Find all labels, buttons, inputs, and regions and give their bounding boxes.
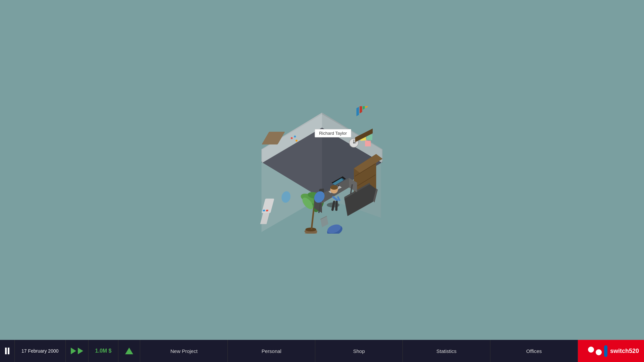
character-name: Richard Taylor bbox=[319, 131, 347, 136]
svg-line-65 bbox=[332, 202, 334, 210]
switch-label: switch520 bbox=[610, 348, 639, 355]
shop-button[interactable]: Shop bbox=[315, 340, 403, 362]
shop-label: Shop bbox=[353, 348, 365, 354]
speed1-button[interactable] bbox=[71, 348, 76, 354]
svg-rect-18 bbox=[365, 141, 371, 146]
svg-point-10 bbox=[294, 135, 296, 137]
svg-point-9 bbox=[291, 137, 293, 139]
svg-rect-23 bbox=[357, 107, 359, 116]
statistics-button[interactable]: Statistics bbox=[403, 340, 490, 362]
svg-line-40 bbox=[312, 206, 314, 229]
date-text: 17 February 2000 bbox=[21, 348, 59, 354]
offices-button[interactable]: Offices bbox=[490, 340, 578, 362]
money-display: 1.0M $ bbox=[89, 340, 119, 362]
build-icon bbox=[125, 348, 133, 354]
build-button[interactable] bbox=[118, 340, 140, 362]
office-container: Richard Taylor bbox=[252, 106, 392, 234]
svg-rect-26 bbox=[365, 106, 368, 108]
date-display: 17 February 2000 bbox=[15, 340, 66, 362]
svg-rect-24 bbox=[360, 106, 362, 113]
switch-badge: switch520 bbox=[578, 340, 644, 362]
game-area: Richard Taylor bbox=[0, 0, 644, 340]
character-tooltip: Richard Taylor bbox=[315, 129, 351, 137]
new-project-button[interactable]: New Project bbox=[140, 340, 228, 362]
personal-label: Personal bbox=[262, 348, 281, 354]
money-text: 1.0M $ bbox=[95, 348, 112, 354]
svg-rect-25 bbox=[363, 106, 365, 110]
switch-logo bbox=[583, 345, 607, 357]
personal-button[interactable]: Personal bbox=[228, 340, 315, 362]
taskbar: 17 February 2000 1.0M $ New Project Pers… bbox=[0, 340, 644, 362]
new-project-label: New Project bbox=[170, 348, 198, 354]
statistics-label: Statistics bbox=[436, 348, 457, 354]
svg-marker-46 bbox=[320, 216, 328, 227]
pause-button[interactable] bbox=[0, 340, 15, 362]
svg-point-11 bbox=[296, 140, 298, 142]
speed2-button[interactable] bbox=[78, 348, 83, 354]
pause-icon bbox=[5, 348, 9, 354]
offices-label: Offices bbox=[526, 348, 542, 354]
office-svg bbox=[252, 106, 392, 234]
svg-rect-35 bbox=[263, 210, 265, 212]
speed-controls bbox=[66, 340, 89, 362]
svg-rect-36 bbox=[266, 210, 268, 212]
svg-line-66 bbox=[336, 202, 337, 210]
svg-point-62 bbox=[330, 185, 338, 190]
